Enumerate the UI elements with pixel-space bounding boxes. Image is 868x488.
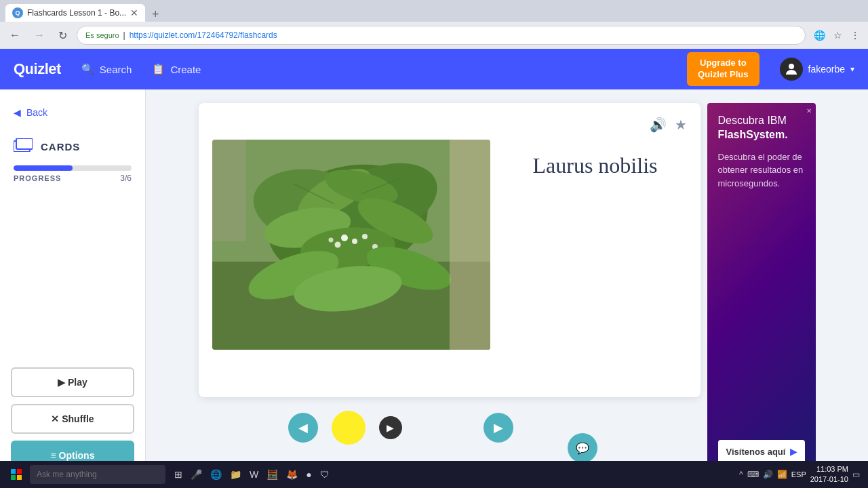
tray-time: 11:03 PM 2017-01-10	[810, 464, 848, 485]
next-card-btn[interactable]: ▶	[484, 413, 513, 443]
app-icon[interactable]: 🛡	[317, 466, 333, 483]
back-label: Back	[26, 107, 47, 118]
sound-btn[interactable]: 🔊	[650, 117, 667, 133]
svg-point-19	[328, 238, 333, 243]
progress-bar: PROGRESS 3/6	[14, 165, 132, 183]
browser-tabs: Q Flashcards Lesson 1 - Bo... ✕ +	[0, 0, 868, 22]
play-card-btn[interactable]: ▶	[379, 416, 402, 439]
svg-point-17	[334, 242, 340, 248]
svg-rect-24	[450, 140, 490, 350]
svg-rect-28	[11, 475, 16, 480]
edge-icon[interactable]: 🌐	[207, 466, 225, 483]
toolbar-icons: 🌐 ☆ ⋮	[811, 27, 863, 43]
tray-volume-icon[interactable]: 🔊	[763, 470, 773, 479]
flashcard-container: 🔊 ★	[199, 103, 701, 474]
upgrade-btn[interactable]: Upgrade toQuizlet Plus	[687, 52, 759, 86]
reload-btn[interactable]: ↻	[54, 26, 71, 45]
bookmark-icon[interactable]: ☆	[831, 27, 845, 43]
progress-track	[14, 165, 132, 171]
taskbar-search-input[interactable]	[30, 465, 165, 484]
create-nav-item[interactable]: 📋 Create	[152, 63, 201, 75]
quizlet-logo[interactable]: Quizlet	[14, 60, 61, 78]
play-btn[interactable]: ▶ Play	[11, 367, 134, 397]
sidebar: ◀ Back CARDS	[0, 89, 146, 488]
search-nav-item[interactable]: 🔍 Search	[81, 63, 132, 75]
tab-close-btn[interactable]: ✕	[130, 7, 138, 18]
cursor-indicator	[332, 411, 366, 445]
svg-rect-25	[212, 140, 246, 241]
ad-cta-arrow-icon: ▶	[790, 447, 797, 457]
svg-point-0	[789, 64, 794, 69]
date-display: 2017-01-10	[810, 474, 848, 485]
browser-toolbar: ← → ↻ Es seguro | https://quizlet.com/17…	[0, 22, 868, 49]
show-desktop-icon[interactable]: ▭	[852, 470, 860, 479]
translate-icon[interactable]: 🌐	[811, 27, 828, 43]
start-btn[interactable]	[5, 466, 27, 483]
ad-description: Descubra el poder de obtener resultados …	[718, 150, 805, 190]
message-btn[interactable]: 💬	[568, 433, 597, 463]
svg-point-15	[341, 235, 348, 241]
chevron-down-icon: ▾	[850, 64, 854, 74]
back-nav-btn[interactable]: ←	[5, 26, 24, 44]
shuffle-btn[interactable]: ✕ Shuffle	[11, 404, 134, 434]
progress-label-row: PROGRESS 3/6	[14, 174, 132, 183]
ad-sidebar: ✕ Descubra IBM FlashSystem. Descubra el …	[707, 103, 816, 474]
ad-title: Descubra IBM FlashSystem.	[718, 114, 805, 142]
flashcard: 🔊 ★	[199, 103, 701, 397]
search-icon: 🔍	[81, 63, 94, 75]
search-label: Search	[100, 64, 132, 75]
more-icon[interactable]: ⋮	[848, 27, 863, 43]
create-icon: 📋	[152, 63, 165, 75]
secure-label: Es seguro	[85, 31, 119, 39]
address-bar[interactable]: Es seguro | https://quizlet.com/17246479…	[77, 26, 806, 45]
cards-icon	[14, 138, 33, 155]
back-btn[interactable]: ◀ Back	[0, 100, 145, 125]
star-btn[interactable]: ★	[675, 117, 687, 133]
address-divider: |	[123, 30, 125, 40]
card-term[interactable]: Laurus nobilis	[504, 140, 687, 192]
new-tab-btn[interactable]: +	[148, 7, 163, 22]
word-icon[interactable]: W	[246, 466, 262, 483]
card-image	[212, 140, 490, 350]
back-arrow-icon: ◀	[14, 107, 21, 118]
main-layout: ◀ Back CARDS	[0, 89, 868, 488]
user-avatar	[780, 58, 803, 81]
app-container: Quizlet 🔍 Search 📋 Create Upgrade toQuiz…	[0, 49, 868, 488]
tray-network-icon[interactable]: 📶	[777, 470, 787, 479]
forward-nav-btn[interactable]: →	[30, 26, 49, 44]
browser-chrome: Q Flashcards Lesson 1 - Bo... ✕ + ← → ↻ …	[0, 0, 868, 49]
progress-fill	[14, 165, 73, 171]
ad-cta-label: Visítenos aquí	[726, 447, 786, 457]
tray-language: ESP	[791, 470, 806, 479]
content-area: 🔊 ★	[146, 89, 868, 488]
svg-rect-2	[16, 138, 33, 149]
progress-count: 3/6	[120, 174, 132, 183]
task-view-icon[interactable]: ⊞	[171, 466, 186, 483]
address-url: https://quizlet.com/172464792/flashcards	[130, 30, 797, 40]
firefox-icon[interactable]: 🦊	[283, 466, 301, 483]
tray-keyboard-icon: ⌨	[747, 470, 759, 479]
sidebar-cards-section: CARDS PROGRESS 3/6	[0, 125, 145, 194]
progress-text: PROGRESS	[14, 174, 61, 182]
cards-header: CARDS	[14, 138, 132, 155]
svg-rect-27	[17, 469, 22, 474]
svg-rect-29	[17, 475, 22, 480]
prev-card-btn[interactable]: ◀	[288, 413, 318, 443]
tab-favicon: Q	[12, 7, 23, 18]
card-nav-row: ◀ ▶ ▶ 💬	[199, 411, 701, 445]
folder-icon[interactable]: 📁	[226, 466, 245, 483]
tray-up-icon[interactable]: ^	[739, 470, 743, 479]
ad-cta-btn[interactable]: Visítenos aquí ▶	[718, 440, 805, 464]
time-display: 11:03 PM	[810, 464, 848, 474]
ad-close-icon[interactable]: ✕	[806, 107, 812, 115]
system-tray: ^ ⌨ 🔊 📶 ESP 11:03 PM 2017-01-10 ▭	[739, 464, 863, 485]
card-content: Laurus nobilis	[212, 140, 687, 384]
svg-point-18	[362, 234, 368, 239]
cortana-icon[interactable]: 🎤	[187, 466, 205, 483]
browser-tab-active[interactable]: Q Flashcards Lesson 1 - Bo... ✕	[5, 4, 145, 22]
user-section[interactable]: fakeorbe ▾	[780, 58, 854, 81]
svg-rect-26	[11, 469, 16, 474]
sidebar-buttons: ▶ Play ✕ Shuffle ≡ Options	[0, 361, 145, 477]
calc-icon[interactable]: 🧮	[263, 466, 281, 483]
chrome-icon[interactable]: ●	[302, 466, 315, 483]
